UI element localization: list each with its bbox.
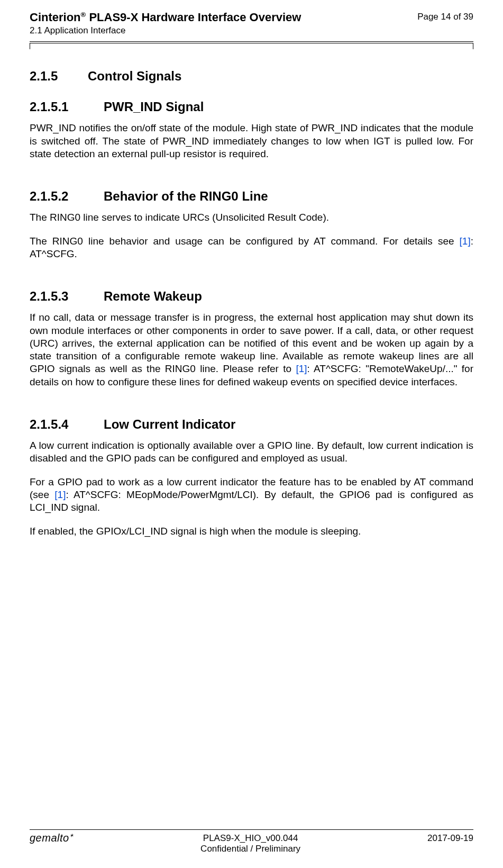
heading-text: PWR_IND Signal xyxy=(104,100,204,114)
heading-number: 2.1.5.1 xyxy=(30,100,104,114)
gemalto-logo: gemalto✶ xyxy=(30,832,74,844)
title-registered: ® xyxy=(81,11,86,19)
paragraph: For a GPIO pad to work as a low current … xyxy=(30,476,473,514)
footer-confidentiality: Confidential / Preliminary xyxy=(200,844,300,854)
text-run: : AT^SCFG: MEopMode/PowerMgmt/LCI). By d… xyxy=(30,489,473,513)
section-2-1-5-1: 2.1.5.1PWR_IND Signal PWR_IND notifies t… xyxy=(30,100,473,160)
doc-title: Cinterion® PLAS9-X Hardware Interface Ov… xyxy=(30,11,301,24)
page-header: Cinterion® PLAS9-X Hardware Interface Ov… xyxy=(30,0,473,36)
heading-number: 2.1.5.2 xyxy=(30,189,104,204)
text-run: The RING0 line behavior and usage can be… xyxy=(30,236,460,247)
heading-number: 2.1.5 xyxy=(30,69,88,84)
heading-2-1-5-1: 2.1.5.1PWR_IND Signal xyxy=(30,100,473,114)
reference-link[interactable]: [1] xyxy=(296,363,307,374)
footer-rule xyxy=(30,829,473,830)
header-left: Cinterion® PLAS9-X Hardware Interface Ov… xyxy=(30,11,301,36)
paragraph: A low current indication is optionally a… xyxy=(30,439,473,465)
heading-text: Remote Wakeup xyxy=(104,289,202,303)
heading-text: Low Current Indicator xyxy=(104,417,235,431)
heading-number: 2.1.5.3 xyxy=(30,289,104,304)
heading-text: Behavior of the RING0 Line xyxy=(104,189,268,203)
heading-2-1-5: 2.1.5Control Signals xyxy=(30,69,473,84)
paragraph: The RING0 line serves to indicate URCs (… xyxy=(30,211,473,224)
heading-number: 2.1.5.4 xyxy=(30,417,104,432)
header-rule xyxy=(30,41,473,43)
heading-2-1-5-3: 2.1.5.3Remote Wakeup xyxy=(30,289,473,304)
page-footer: gemalto✶ PLAS9-X_HIO_v00.044 Confidentia… xyxy=(30,829,473,854)
heading-2-1-5-2: 2.1.5.2Behavior of the RING0 Line xyxy=(30,189,473,204)
heading-2-1-5-4: 2.1.5.4Low Current Indicator xyxy=(30,417,473,432)
footer-right: 2017-09-19 xyxy=(427,833,473,844)
paragraph: If enabled, the GPIOx/LCI_IND signal is … xyxy=(30,525,473,538)
logo-text: gemalto xyxy=(30,832,69,844)
reference-link[interactable]: [1] xyxy=(460,236,471,247)
page-number: Page 14 of 39 xyxy=(417,11,473,22)
footer-row: gemalto✶ PLAS9-X_HIO_v00.044 Confidentia… xyxy=(30,833,473,854)
heading-text: Control Signals xyxy=(88,69,181,83)
footer-date: 2017-09-19 xyxy=(427,833,473,843)
rule-line xyxy=(30,43,473,43)
section-2-1-5-2: 2.1.5.2Behavior of the RING0 Line The RI… xyxy=(30,189,473,260)
logo-star-icon: ✶ xyxy=(69,833,74,838)
paragraph: The RING0 line behavior and usage can be… xyxy=(30,235,473,261)
title-prefix: Cinterion xyxy=(30,11,81,24)
doc-section: 2.1 Application Interface xyxy=(30,25,301,36)
reference-link[interactable]: [1] xyxy=(54,489,66,500)
rule-line xyxy=(30,41,473,42)
footer-left: gemalto✶ xyxy=(30,833,74,845)
title-suffix: PLAS9-X Hardware Interface Overview xyxy=(86,11,301,24)
rule-tick xyxy=(473,43,473,49)
section-2-1-5-3: 2.1.5.3Remote Wakeup If no call, data or… xyxy=(30,289,473,388)
footer-center: PLAS9-X_HIO_v00.044 Confidential / Preli… xyxy=(200,833,300,854)
paragraph: PWR_IND notifies the on/off state of the… xyxy=(30,122,473,160)
footer-doc-id: PLAS9-X_HIO_v00.044 xyxy=(203,833,298,844)
page-content: 2.1.5Control Signals 2.1.5.1PWR_IND Sign… xyxy=(30,43,473,538)
paragraph: If no call, data or message transfer is … xyxy=(30,311,473,388)
section-2-1-5-4: 2.1.5.4Low Current Indicator A low curre… xyxy=(30,417,473,538)
rule-tick xyxy=(30,43,30,49)
